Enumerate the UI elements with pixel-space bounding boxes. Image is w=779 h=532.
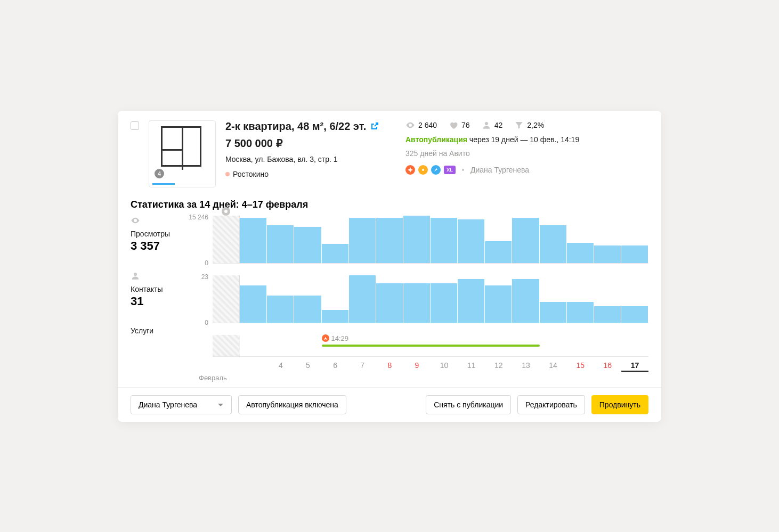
bar (349, 275, 376, 323)
listing-age: 325 дней на Авито (405, 149, 648, 158)
unpublish-button[interactable]: Снять с публикации (426, 395, 511, 414)
bar (621, 306, 648, 323)
autopub-toggle-button[interactable]: Автопубликация включена (238, 395, 346, 414)
header-stats: 2 640 76 42 2,2% (405, 120, 648, 130)
listing-thumbnail[interactable]: 4 (149, 120, 216, 187)
bar-slot (349, 216, 376, 263)
svg-point-0 (422, 169, 424, 171)
bar (512, 218, 539, 263)
eye-icon (131, 216, 184, 227)
stat-contacts: 42 (482, 120, 503, 130)
bar-slot (594, 275, 621, 323)
bar (322, 310, 348, 322)
views-y-min: 0 (205, 259, 208, 267)
x-tick: 15 (567, 361, 594, 372)
heart-icon (449, 120, 458, 130)
bar (485, 241, 512, 263)
x-tick: 5 (294, 361, 321, 372)
x-tick: 4 (267, 361, 294, 372)
bar (567, 302, 594, 323)
external-link-icon[interactable] (370, 122, 379, 130)
x-axis-month: Февраль (118, 372, 661, 387)
compass-icon (405, 165, 415, 175)
contacts-metric: Контакты 31 (131, 271, 184, 308)
bar-slot (512, 216, 539, 263)
promotion-badges: XL Диана Тургенева (405, 165, 648, 175)
edit-button[interactable]: Редактировать (517, 395, 585, 414)
x-tick: 7 (349, 361, 376, 372)
x-tick: 17 (621, 361, 648, 372)
chart-event-marker (222, 207, 230, 216)
service-slot (267, 335, 294, 356)
bar-slot (322, 216, 349, 263)
service-slot (594, 335, 621, 356)
x-tick: 14 (540, 361, 567, 372)
bar (485, 285, 512, 323)
listing-title[interactable]: 2-к квартира, 48 м², 6/22 эт. (225, 120, 366, 133)
x-tick: 6 (322, 361, 349, 372)
contacts-chart (213, 275, 648, 323)
x-tick (240, 361, 267, 372)
bar-slot (376, 216, 403, 263)
manager-select[interactable]: Диана Тургенева (131, 395, 232, 414)
bar (431, 218, 457, 263)
bar (349, 218, 376, 263)
bar (540, 302, 566, 323)
x-tick: 13 (512, 361, 539, 372)
metro-line-dot (225, 172, 230, 176)
bar (594, 306, 621, 323)
views-chart (213, 216, 648, 264)
bar (322, 244, 348, 263)
listing-info: 2-к квартира, 48 м², 6/22 эт. 7 500 000 … (225, 120, 396, 187)
bar (567, 243, 594, 263)
xl-badge: XL (444, 166, 456, 174)
chevron-down-icon (217, 402, 224, 408)
bar (403, 216, 430, 263)
eye-icon (405, 120, 415, 130)
contacts-y-min: 0 (205, 319, 208, 326)
stat-favorites: 76 (449, 120, 470, 130)
x-tick: 12 (485, 361, 512, 372)
compass-icon (322, 334, 329, 342)
x-axis: 4567891011121314151617 (213, 356, 648, 372)
promote-button[interactable]: Продвинуть (591, 395, 648, 414)
views-y-max: 15 246 (189, 214, 208, 221)
contacts-y-max: 23 (201, 273, 208, 281)
bar-slot (376, 275, 403, 323)
listing-price: 7 500 000 ₽ (225, 137, 396, 150)
select-checkbox[interactable] (131, 121, 139, 130)
card-footer: Диана Тургенева Автопубликация включена … (118, 387, 661, 422)
listing-meta: 2 640 76 42 2,2% Автопубликация через 19… (405, 120, 648, 187)
bar-slot (621, 216, 648, 263)
service-slot (240, 335, 267, 356)
service-slot (567, 335, 594, 356)
bar-slot (567, 216, 594, 263)
bar (240, 285, 266, 323)
bar-slot (512, 275, 539, 323)
bar-slot (567, 275, 594, 323)
gear-icon (418, 165, 428, 175)
x-tick: 11 (458, 361, 485, 372)
person-icon (131, 271, 184, 283)
metric-labels-column: Просмотры 3 357 Контакты 31 Услуги (131, 216, 184, 372)
bar-slot (240, 275, 267, 323)
x-tick: 10 (431, 361, 458, 372)
bar-slot (294, 275, 321, 323)
y-axis-column: 15 246 0 23 0 (184, 216, 213, 372)
bar-slot (322, 275, 349, 323)
bar (240, 218, 266, 263)
bar (294, 296, 321, 322)
bar-slot (431, 275, 458, 323)
paint-icon (431, 165, 441, 175)
bar-slot (267, 275, 294, 323)
service-slot (213, 335, 240, 356)
metro-station: Ростокино (233, 170, 269, 178)
bar (403, 283, 430, 323)
views-metric: Просмотры 3 357 (131, 216, 184, 253)
x-tick: 9 (403, 361, 431, 372)
floorplan-icon (161, 126, 201, 167)
bar (458, 279, 484, 322)
bar-slot (267, 216, 294, 263)
bar-slot (594, 216, 621, 263)
service-slot (294, 335, 321, 356)
